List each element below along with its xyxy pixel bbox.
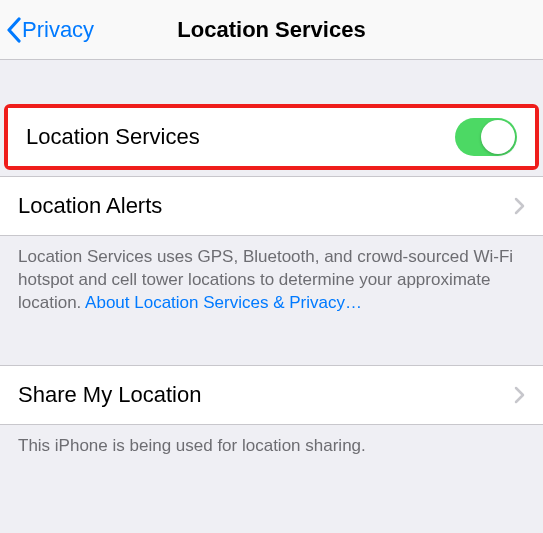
nav-bar: Privacy Location Services	[0, 0, 543, 60]
location-alerts-row[interactable]: Location Alerts	[0, 176, 543, 236]
section-spacer	[0, 329, 543, 365]
location-services-footer: Location Services uses GPS, Bluetooth, a…	[0, 236, 543, 329]
share-my-location-row[interactable]: Share My Location	[0, 365, 543, 425]
footer-share-text: This iPhone is being used for location s…	[18, 436, 366, 455]
chevron-right-icon	[514, 386, 525, 404]
row-label: Share My Location	[18, 382, 514, 408]
toggle-knob	[481, 120, 515, 154]
about-location-privacy-link[interactable]: About Location Services & Privacy…	[85, 293, 362, 312]
back-label: Privacy	[22, 17, 94, 43]
chevron-left-icon	[6, 17, 21, 43]
highlight-annotation: Location Services	[4, 104, 539, 170]
section-spacer	[0, 60, 543, 104]
share-location-footer: This iPhone is being used for location s…	[0, 425, 543, 472]
back-button[interactable]: Privacy	[0, 17, 94, 43]
chevron-right-icon	[514, 197, 525, 215]
row-label: Location Services	[26, 124, 455, 150]
row-label: Location Alerts	[18, 193, 514, 219]
location-services-row[interactable]: Location Services	[8, 108, 535, 166]
location-services-toggle[interactable]	[455, 118, 517, 156]
